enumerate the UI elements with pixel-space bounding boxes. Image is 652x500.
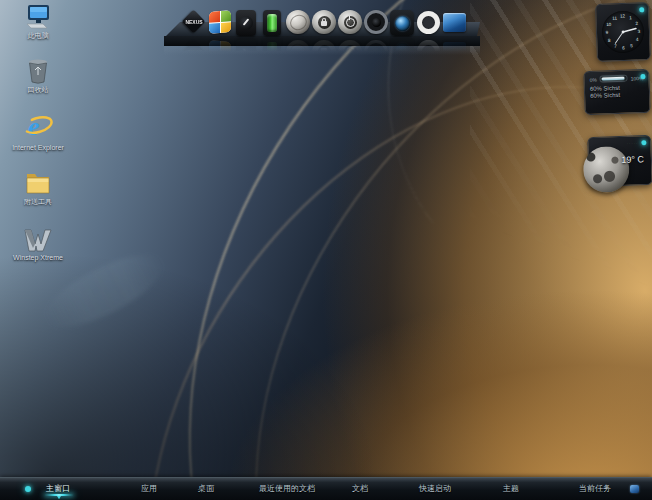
taskbar-tray-icon[interactable] — [630, 485, 639, 493]
taskbar: 主窗口 应用 桌面 最近使用的文档 文档 快速启动 主题 当前任务 — [0, 477, 652, 500]
wallpaper-vignette — [0, 0, 652, 500]
taskbar-tab-apps[interactable]: 应用 — [141, 483, 157, 494]
dock-item-gauge[interactable] — [233, 6, 259, 36]
desktop-icon-label: 附送工具 — [24, 198, 52, 207]
windows-logo-icon — [209, 10, 231, 34]
taskbar-tab-current-tasks[interactable]: 当前任务 — [579, 483, 611, 494]
dock-item-nexus[interactable]: NEXUS — [181, 6, 207, 36]
taskbar-tab-recent-docs[interactable]: 最近使用的文档 — [259, 483, 315, 494]
speaker-icon — [364, 10, 388, 34]
desktop-icon-label: 回收站 — [28, 86, 49, 95]
desktop-icon-this-pc[interactable]: 此电脑 — [12, 4, 64, 41]
monitor-progress-fill — [602, 77, 625, 81]
dock-shelf-reflection — [164, 46, 480, 55]
monitor-stat-line: 60% Sichst — [590, 91, 644, 99]
monitor-min-label: 0% — [589, 76, 596, 82]
folder-icon — [24, 170, 52, 196]
clock-widget[interactable]: 12 1 2 3 4 5 6 7 8 9 10 11 — [595, 2, 651, 62]
internet-explorer-icon: e — [22, 110, 54, 142]
widget-status-dot[interactable] — [640, 74, 645, 79]
dock-item-power[interactable] — [337, 6, 363, 36]
dock-item-camera[interactable] — [389, 6, 415, 36]
monitor-progress-bar — [600, 75, 628, 83]
clock-hands — [601, 10, 644, 53]
nexus-label: NEXUS — [182, 19, 206, 25]
winstep-icon — [23, 228, 53, 252]
weather-widget[interactable]: ····· 19° C — [587, 135, 652, 187]
desktop-icon-winstep-xtreme[interactable]: Winstep Xtreme — [12, 228, 64, 263]
taskbar-tab-main-window[interactable]: 主窗口 — [46, 483, 70, 494]
dock-item-windows[interactable] — [207, 6, 233, 36]
battery-icon — [263, 10, 281, 36]
dock-item-ring[interactable] — [415, 6, 441, 36]
power-medallion-icon — [338, 10, 362, 34]
lock-medallion-icon — [312, 10, 336, 34]
dock-shelf-front — [164, 36, 480, 46]
dock-item-battery[interactable] — [259, 6, 285, 36]
desktop-icon-label: Internet Explorer — [12, 144, 64, 153]
taskbar-tab-documents[interactable]: 文档 — [352, 483, 368, 494]
computer-icon — [23, 4, 53, 30]
taskbar-tab-quick-launch[interactable]: 快速启动 — [419, 483, 451, 494]
globe-icon — [286, 10, 310, 34]
recycle-bin-icon — [26, 58, 50, 84]
dock-item-lock[interactable] — [311, 6, 337, 36]
nexus-icon: NEXUS — [182, 10, 206, 34]
blue-display-icon — [443, 13, 466, 32]
svg-text:e: e — [28, 112, 40, 141]
dock-item-speaker[interactable] — [363, 6, 389, 36]
active-tab-underline — [44, 494, 74, 496]
weather-header-dots: ····· — [627, 140, 639, 145]
active-tab-notch — [57, 496, 61, 499]
camera-lens-icon — [390, 10, 414, 36]
desktop-icon-label: 此电脑 — [28, 32, 49, 41]
temperature-value: 19° C — [621, 154, 644, 165]
gauge-icon — [236, 10, 256, 36]
taskbar-tab-themes[interactable]: 主题 — [503, 483, 519, 494]
monitor-bar-row: 0% 100% — [589, 74, 643, 83]
widget-status-dot[interactable] — [641, 140, 646, 145]
dock-item-globe[interactable] — [285, 6, 311, 36]
analog-clock-face: 12 1 2 3 4 5 6 7 8 9 10 11 — [601, 10, 644, 53]
dock-item-display[interactable] — [441, 6, 467, 36]
desktop-icon-tools-folder[interactable]: 附送工具 — [12, 170, 64, 207]
system-monitor-widget[interactable]: 0% 100% 60% Sichst 60% Sichst — [583, 69, 650, 115]
desktop-icon-internet-explorer[interactable]: e Internet Explorer — [12, 110, 64, 153]
ring-medallion-icon — [417, 11, 440, 34]
dock: NEXUS — [181, 6, 467, 36]
desktop-icon-label: Winstep Xtreme — [13, 254, 63, 263]
taskbar-launcher-icon[interactable] — [25, 486, 31, 492]
taskbar-tab-desktop[interactable]: 桌面 — [198, 483, 214, 494]
desktop-icon-recycle-bin[interactable]: 回收站 — [12, 58, 64, 95]
